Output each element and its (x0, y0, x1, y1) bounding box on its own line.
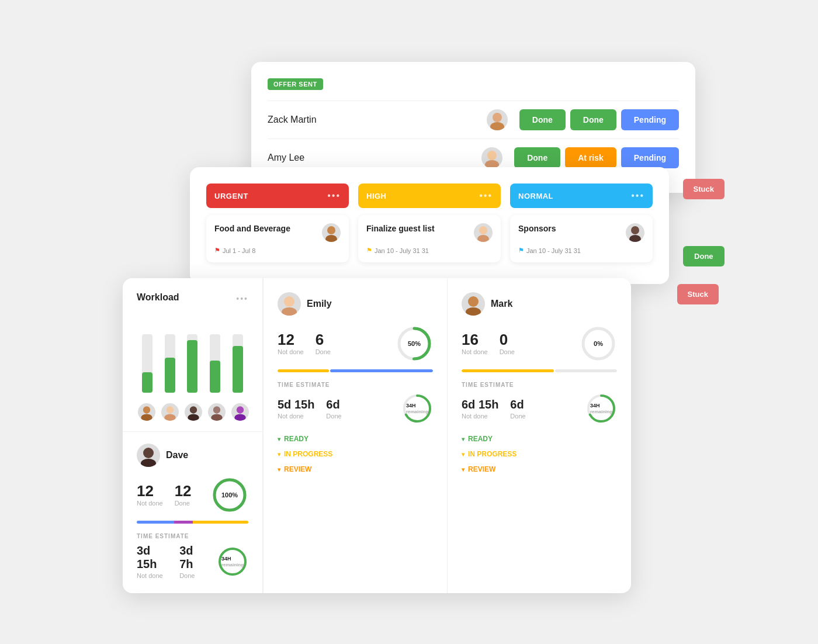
task-avatar-normal (626, 223, 644, 242)
svg-point-10 (143, 406, 150, 413)
mark-remaining-ring: 34Hremaining (585, 393, 617, 424)
kanban-task-date-high: ⚑ Jan 10 - July 31 31 (366, 247, 493, 254)
chevron-down-icon-3: ▾ (278, 466, 280, 473)
svg-point-11 (141, 414, 152, 421)
svg-point-19 (234, 414, 245, 421)
svg-point-18 (237, 406, 244, 413)
kanban-header-high: HIGH ••• (358, 183, 501, 208)
mark-notdone-label: Not done (462, 348, 488, 355)
workload-bar-chart (137, 317, 248, 393)
status-atrisk-amy[interactable]: At risk (565, 147, 616, 168)
mark-notdone-stat: 16 Not done (462, 332, 488, 355)
mark-expand-section: ▾ READY ▾ IN PROGRESS ▾ REVIEW (462, 431, 617, 477)
workload-title: Workload (137, 292, 179, 303)
mark-expand-review[interactable]: ▾ REVIEW (462, 462, 617, 477)
bar-4 (207, 334, 224, 393)
chevron-down-icon-5: ▾ (462, 451, 465, 458)
kanban-task-title-urgent: Food and Beverage (214, 223, 317, 234)
mark-expand-progress[interactable]: ▾ IN PROGRESS (462, 446, 617, 462)
emily-notdone-stat: 12 Not done (278, 332, 304, 355)
svg-point-26 (284, 296, 294, 307)
bar-inner-5 (233, 346, 243, 393)
status-pending-amy[interactable]: Pending (621, 147, 679, 168)
kanban-col-urgent: URGENT ••• Food and Beverage ⚑ Jul 1 - J… (206, 183, 349, 262)
emily-expand-progress[interactable]: ▾ IN PROGRESS (278, 446, 433, 462)
svg-point-27 (282, 307, 297, 316)
mark-pb-gray (555, 369, 617, 372)
kanban-task-high: Finalize guest list ⚑ Jan 10 - July 31 3… (358, 215, 501, 262)
mark-done-stat: 0 Done (500, 332, 515, 355)
edge-stuck-btn-2[interactable]: Stuck (677, 284, 719, 304)
kanban-dots-high: ••• (479, 191, 493, 201)
status-done-amy[interactable]: Done (514, 147, 560, 168)
offer-statuses-amy: Done At risk Pending (514, 147, 679, 168)
dave-done-stat: 12 Done (175, 483, 192, 507)
bar-5 (229, 334, 246, 393)
svg-point-20 (143, 448, 154, 458)
bar-inner-1 (142, 372, 152, 393)
mark-done-num: 0 (500, 332, 515, 347)
kanban-task-top-high: Finalize guest list (366, 223, 493, 242)
svg-point-12 (167, 406, 174, 413)
svg-point-21 (141, 459, 156, 467)
bar-outer-3 (187, 334, 197, 393)
dave-notdone-time: 3d 15h Not done (137, 544, 168, 579)
edge-stuck-btn-1[interactable]: Stuck (683, 179, 725, 199)
emily-expand-review[interactable]: ▾ REVIEW (278, 462, 433, 477)
dave-percent: 100% (221, 491, 238, 498)
svg-point-6 (479, 226, 487, 234)
scene: OFFER SENT Zack Martin Done Done Pending… (88, 44, 730, 600)
kanban-task-title-normal: Sponsors (518, 223, 621, 234)
mini-avatar-2 (160, 402, 180, 422)
svg-point-14 (190, 406, 197, 413)
emily-remaining-ring: 34Hremaining (401, 393, 433, 424)
task-avatar-urgent (322, 223, 341, 242)
bar-1 (139, 334, 156, 393)
mark-time-stats: 6d 15h Not done 6d Done 34Hremaining (462, 393, 617, 424)
mark-header: Mark (462, 292, 617, 316)
emily-notdone-time: 5d 15h Not done (278, 398, 314, 420)
svg-point-16 (213, 406, 220, 413)
dave-notdone-label: Not done (137, 500, 163, 507)
bar-3 (184, 334, 201, 393)
status-done-2[interactable]: Done (570, 109, 616, 130)
mark-notdone-time: 6d 15h Not done (462, 398, 498, 420)
svg-point-1 (490, 122, 504, 130)
emily-expand-ready[interactable]: ▾ READY (278, 431, 433, 446)
emily-card: Emily 12 Not done 6 Done 50% (263, 278, 447, 593)
mark-notdone-time-label: Not done (462, 413, 498, 420)
dave-done-time: 3d 7h Done (179, 544, 205, 579)
emily-time-est-label: TIME ESTIMATE (278, 382, 433, 388)
bar-outer-4 (210, 334, 220, 393)
flag-icon-urgent: ⚑ (214, 247, 220, 254)
svg-point-9 (629, 235, 641, 242)
emily-notdone-time-val: 5d 15h (278, 398, 314, 411)
dave-done-time-val: 3d 7h (179, 544, 205, 571)
dave-time-est-label: TIME ESTIMATE (137, 533, 248, 539)
svg-point-0 (493, 113, 502, 122)
mini-avatar-5 (230, 402, 250, 422)
status-done-1[interactable]: Done (519, 109, 566, 130)
dave-notdone-time-label: Not done (137, 572, 168, 579)
dave-remaining: 34Hremaining (221, 556, 244, 567)
mark-expand-ready[interactable]: ▾ READY (462, 431, 617, 446)
dave-notdone-stat: 12 Not done (137, 483, 163, 507)
mark-avatar (462, 292, 485, 316)
bar-inner-4 (210, 361, 220, 393)
edge-done-btn[interactable]: Done (683, 246, 725, 266)
emily-progress-bar (278, 369, 433, 372)
bar-outer-1 (142, 334, 152, 393)
svg-point-7 (477, 235, 489, 242)
offer-badge: OFFER SENT (268, 78, 323, 90)
kanban-col-high: HIGH ••• Finalize guest list ⚑ Jan 10 - … (358, 183, 501, 262)
svg-point-4 (327, 226, 335, 234)
bar-inner-3 (187, 340, 197, 393)
mini-avatar-3 (183, 402, 203, 422)
dave-avatar (137, 444, 160, 467)
chevron-down-icon-1: ▾ (278, 436, 280, 442)
chevron-down-icon-2: ▾ (278, 451, 280, 458)
status-pending-1[interactable]: Pending (621, 109, 679, 130)
avatar-zack (487, 109, 508, 130)
offer-statuses-zack: Done Done Pending (519, 109, 679, 130)
kanban-col-normal: NORMAL ••• Sponsors ⚑ Jan 10 - July 31 3… (510, 183, 653, 262)
